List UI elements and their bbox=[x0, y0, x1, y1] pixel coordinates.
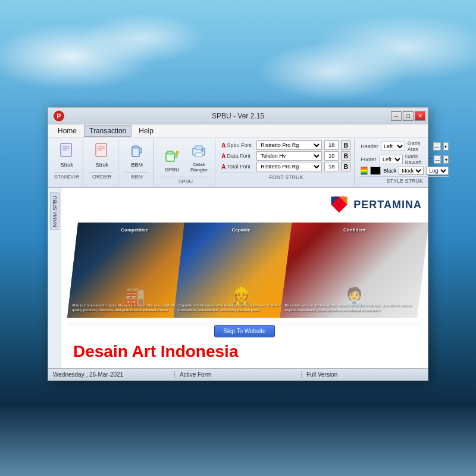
panel-3-label: Confident bbox=[343, 227, 365, 233]
header-row: Header Left Garis Atas : — ▾ bbox=[361, 140, 449, 152]
style-struk-group: Header Left Garis Atas : — ▾ Footer Left… bbox=[357, 139, 452, 186]
garis-atas-sep: : bbox=[429, 143, 431, 149]
garis-bawah-btn[interactable]: ▾ bbox=[443, 155, 449, 164]
color-swatch-black[interactable] bbox=[370, 167, 381, 175]
struk-order-icon bbox=[93, 142, 110, 161]
pertamina-text: PERTAMINA bbox=[353, 199, 422, 211]
title-bar: P SPBU - Ver 2.15 – □ ✕ bbox=[48, 108, 428, 124]
garis-atas-btn[interactable]: ▾ bbox=[443, 142, 449, 151]
style-struk-label: STYLE STRUK bbox=[361, 176, 449, 184]
panel-1-label: Competitive bbox=[121, 227, 148, 233]
model-select[interactable]: Model bbox=[399, 167, 424, 175]
footer-select[interactable]: Left bbox=[380, 155, 403, 164]
spbu-font-bold[interactable]: B bbox=[341, 140, 350, 150]
garis-bawah-label: Garis Bawah bbox=[405, 154, 428, 165]
image-collage: 🏭 Competitive Able to Compete both regio… bbox=[67, 223, 422, 318]
data-font-icon: A bbox=[221, 153, 226, 159]
bbm-icon bbox=[129, 142, 145, 161]
svg-rect-15 bbox=[174, 154, 177, 158]
menu-help[interactable]: Help bbox=[134, 126, 158, 136]
total-font-row: A Total Font Ristretto Pro Rg B bbox=[221, 162, 350, 171]
garis-atas-input[interactable]: — bbox=[433, 142, 441, 151]
spbu-font-row: A Spbu Font Ristretto Pro Rg B bbox=[221, 140, 350, 150]
watermark-text: Desain Art Indonesia bbox=[73, 342, 238, 361]
pertamina-icon bbox=[328, 194, 350, 215]
spbu-button[interactable]: SPBU bbox=[159, 145, 184, 176]
struk-order-label: Struk bbox=[96, 162, 108, 168]
window-controls: – □ ✕ bbox=[391, 111, 425, 121]
spbu-group-label: SPBU bbox=[159, 177, 211, 184]
skip-to-website-button[interactable]: Skip To Website bbox=[214, 325, 274, 337]
total-font-icon: A bbox=[221, 164, 226, 170]
ribbon-group-standar: Struk STANDAR bbox=[51, 139, 83, 186]
bbm-group-label: BBM bbox=[124, 172, 149, 180]
menu-home[interactable]: Home bbox=[53, 126, 82, 136]
panel-2-label: Capable bbox=[231, 227, 250, 233]
color-label: Black bbox=[383, 168, 396, 174]
font-struk-label: FONT STRUK bbox=[221, 173, 350, 180]
svg-rect-14 bbox=[167, 151, 173, 154]
menu-transaction[interactable]: Transaction bbox=[84, 125, 131, 137]
data-font-row: A Data Font Telidon Hv B bbox=[221, 151, 350, 161]
menu-bar: Home Transaction Help bbox=[48, 124, 428, 137]
status-version: Full Version bbox=[302, 371, 428, 378]
total-font-bold[interactable]: B bbox=[341, 162, 350, 171]
status-bar: Wednesday , 26-Mar-2021 Active Form Full… bbox=[48, 368, 428, 380]
pertamina-logo: PERTAMINA bbox=[328, 194, 422, 215]
spbu-font-size[interactable] bbox=[324, 140, 339, 150]
total-font-select[interactable]: Ristretto Pro Rg bbox=[256, 162, 322, 171]
logo-select[interactable]: Logo 1 bbox=[426, 167, 449, 175]
window-title: SPBU - Ver 2.15 bbox=[212, 112, 264, 120]
data-font-size[interactable] bbox=[324, 151, 339, 161]
header-select[interactable]: Left bbox=[381, 142, 405, 151]
maximize-button[interactable]: □ bbox=[403, 111, 414, 121]
sidebar-label: NAMA SPBU bbox=[50, 193, 60, 230]
spbu-font-label: Spbu Font bbox=[227, 142, 252, 148]
status-active-form: Active Form bbox=[175, 371, 302, 378]
vertical-sidebar: NAMA SPBU bbox=[48, 188, 61, 368]
color-strip bbox=[361, 167, 368, 175]
order-group-label: ORDER bbox=[89, 172, 114, 180]
app-window: P SPBU - Ver 2.15 – □ ✕ Home Transaction… bbox=[48, 107, 428, 381]
svg-rect-11 bbox=[133, 146, 138, 148]
garis-atas-label: Garis Atas bbox=[408, 140, 427, 152]
data-font-label: Data Font bbox=[227, 153, 251, 159]
svg-text:P: P bbox=[57, 112, 61, 120]
spbu-font-select[interactable]: Ristretto Pro Rg bbox=[256, 140, 322, 150]
footer-label: Footer bbox=[361, 156, 377, 162]
svg-point-21 bbox=[201, 149, 203, 152]
total-font-label: Total Font bbox=[227, 164, 251, 170]
standar-group-label: STANDAR bbox=[54, 172, 79, 180]
ribbon-group-spbu: SPBU CetakBlangko SPBU bbox=[156, 139, 215, 186]
struk-standar-button[interactable]: Struk bbox=[54, 140, 79, 171]
ribbon-group-bbm: BBM BBM bbox=[121, 139, 154, 186]
font-struk-group: A Spbu Font Ristretto Pro Rg B A Data Fo… bbox=[218, 139, 355, 186]
bbm-button[interactable]: BBM bbox=[124, 140, 149, 171]
data-font-select[interactable]: Telidon Hv bbox=[256, 151, 322, 161]
struk-order-button[interactable]: Struk bbox=[89, 140, 114, 171]
garis-bawah-input[interactable]: — bbox=[434, 155, 441, 164]
close-button[interactable]: ✕ bbox=[415, 111, 425, 121]
garis-bawah-sep: : bbox=[430, 156, 431, 162]
color-row: Black Model Logo 1 bbox=[361, 167, 449, 175]
data-font-bold[interactable]: B bbox=[341, 151, 350, 161]
content-area: NAMA SPBU PERTAMINA 🏭 Comp bbox=[48, 188, 428, 368]
spbu-font-icon: A bbox=[221, 142, 226, 149]
svg-rect-19 bbox=[195, 146, 202, 149]
status-date: Wednesday , 26-Mar-2021 bbox=[48, 371, 175, 378]
footer-row: Footer Left Garis Bawah : — ▾ bbox=[361, 154, 449, 165]
header-label: Header bbox=[361, 143, 378, 149]
main-display: PERTAMINA 🏭 Competitive Able to Compete … bbox=[61, 188, 428, 368]
ribbon-group-order: Struk ORDER bbox=[86, 139, 118, 186]
spbu-label: SPBU bbox=[165, 167, 180, 173]
panel-3-text: Be certain we can achieve goals, always … bbox=[285, 303, 424, 313]
struk-standar-label: Struk bbox=[61, 162, 73, 168]
cetak-icon bbox=[190, 142, 207, 161]
minimize-button[interactable]: – bbox=[391, 111, 402, 121]
total-font-size[interactable] bbox=[324, 162, 339, 171]
spbu-icon bbox=[164, 147, 180, 166]
cetak-blangko-label: CetakBlangko bbox=[190, 162, 208, 173]
panel-confident: 🧑‍💼 Confident Be certain we can achieve … bbox=[280, 223, 428, 318]
cetak-blangko-button[interactable]: CetakBlangko bbox=[186, 140, 211, 176]
struk-standar-icon bbox=[58, 142, 75, 161]
